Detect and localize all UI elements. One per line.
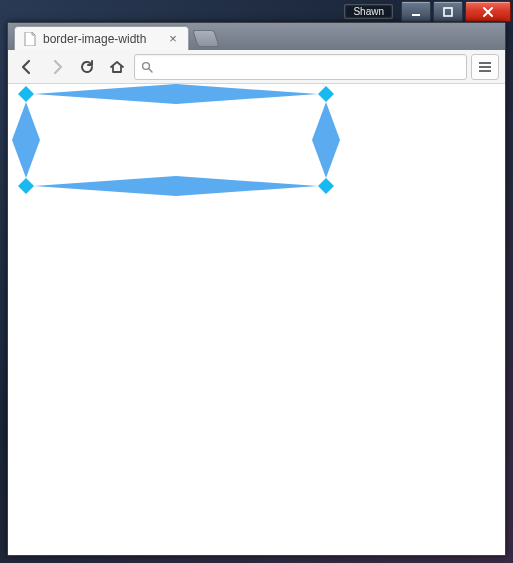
home-button[interactable] (104, 54, 130, 80)
svg-rect-4 (479, 62, 491, 64)
svg-rect-5 (479, 66, 491, 68)
tab-strip: border-image-width × (8, 23, 505, 50)
svg-rect-1 (444, 8, 452, 16)
window-titlebar: Shawn (0, 0, 513, 22)
new-tab-button[interactable] (192, 30, 220, 47)
file-icon (23, 32, 37, 46)
user-chip[interactable]: Shawn (344, 4, 393, 19)
toolbar (8, 50, 505, 84)
corner-bl (18, 178, 34, 194)
svg-rect-0 (412, 14, 420, 16)
corner-tr (318, 86, 334, 102)
edge-right (312, 102, 340, 178)
tab-title: border-image-width (43, 32, 166, 46)
menu-button[interactable] (471, 54, 499, 80)
address-input[interactable] (159, 59, 460, 74)
svg-line-3 (149, 68, 152, 71)
forward-button[interactable] (44, 54, 70, 80)
reload-button[interactable] (74, 54, 100, 80)
edge-bottom (34, 176, 318, 196)
svg-rect-6 (479, 70, 491, 72)
tab-close-icon[interactable]: × (166, 32, 180, 46)
address-bar[interactable] (134, 54, 467, 80)
window-maximize-button[interactable] (433, 1, 463, 22)
edge-left (12, 102, 40, 178)
window-minimize-button[interactable] (401, 1, 431, 22)
titlebar-spacer (0, 0, 344, 22)
edge-top (34, 84, 318, 104)
browser-window: border-image-width × (7, 22, 506, 556)
back-button[interactable] (14, 54, 40, 80)
corner-br (318, 178, 334, 194)
search-icon (141, 61, 153, 73)
tab-active[interactable]: border-image-width × (14, 26, 189, 50)
page-viewport[interactable] (8, 84, 505, 555)
border-image-demo (8, 84, 348, 284)
window-close-button[interactable] (465, 1, 511, 22)
corner-tl (18, 86, 34, 102)
